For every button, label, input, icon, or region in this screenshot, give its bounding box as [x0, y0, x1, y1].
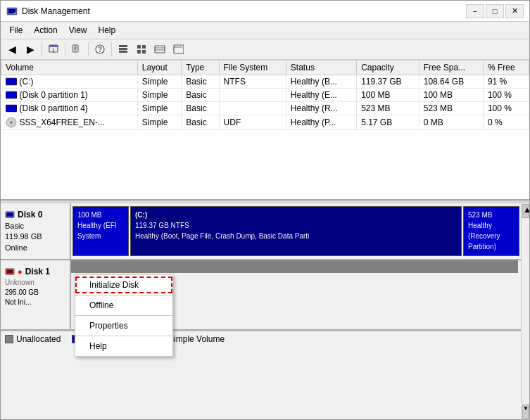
table-row[interactable]: (C:) Simple Basic NTFS Healthy (B... 119…: [1, 75, 529, 89]
svg-rect-13: [119, 48, 127, 50]
disk-view[interactable]: Disk 0 Basic 119.98 GB Online 100 MB Hea…: [1, 203, 529, 419]
recovery-size: 523 MB: [468, 210, 515, 220]
toolbar-sep-4: [111, 42, 112, 56]
disk1-unallocated-bar: [71, 260, 518, 273]
col-free[interactable]: Free Spa...: [419, 61, 483, 75]
col-volume[interactable]: Volume: [1, 61, 138, 75]
svg-rect-14: [119, 51, 127, 53]
context-separator-2: [75, 315, 172, 316]
c-label: (C:): [135, 210, 457, 220]
toolbar-sep-3: [88, 42, 89, 56]
cell-volume: SSS_X64FREE_EN-...: [1, 115, 138, 130]
cell-percent: 91 %: [483, 75, 529, 89]
volumes-table: Volume Layout Type File System Status Ca…: [1, 60, 529, 130]
c-size: 119.37 GB NTFS: [135, 220, 457, 231]
properties-button[interactable]: [68, 42, 85, 57]
disk1-icon: [5, 267, 15, 276]
cell-type: Basic: [182, 75, 219, 89]
back-button[interactable]: ◀: [4, 42, 20, 57]
cell-free: 100 MB: [419, 89, 483, 102]
context-menu-initialize[interactable]: Initialize Disk: [75, 276, 172, 293]
scrollbar-down[interactable]: ▼: [522, 405, 529, 419]
cell-free: 0 MB: [419, 115, 483, 130]
svg-rect-4: [49, 45, 58, 47]
cell-filesystem: NTFS: [219, 75, 286, 89]
minimize-button[interactable]: −: [466, 4, 484, 18]
col-type[interactable]: Type: [182, 61, 219, 75]
cell-capacity: 523 MB: [357, 102, 419, 115]
col-capacity[interactable]: Capacity: [357, 61, 419, 75]
view1-button[interactable]: [115, 42, 132, 57]
disk0-status: Online: [5, 243, 65, 253]
table-row[interactable]: (Disk 0 partition 1) Simple Basic Health…: [1, 89, 529, 102]
svg-rect-33: [7, 213, 13, 217]
context-menu-properties[interactable]: Properties: [75, 317, 172, 334]
cell-type: Basic: [182, 102, 219, 115]
view4-button[interactable]: [170, 42, 187, 57]
main-content: Volume Layout Type File System Status Ca…: [1, 60, 529, 419]
cell-layout: Simple: [137, 115, 182, 130]
disk0-type: Basic: [5, 221, 65, 231]
scrollbar-track[interactable]: ▲ ▼: [521, 203, 529, 419]
col-percent[interactable]: % Free: [483, 61, 529, 75]
disk0-partition-c[interactable]: (C:) 119.37 GB NTFS Healthy (Boot, Page …: [130, 206, 462, 256]
maximize-button[interactable]: □: [486, 4, 504, 18]
cell-volume: (Disk 0 partition 1): [1, 89, 138, 102]
view3-button[interactable]: [151, 42, 168, 57]
menu-action[interactable]: Action: [28, 23, 63, 37]
disk0-partition-recovery[interactable]: 523 MB Healthy (Recovery Partition): [463, 206, 519, 256]
table-row[interactable]: (Disk 0 partition 4) Simple Basic Health…: [1, 102, 529, 115]
table-area[interactable]: Volume Layout Type File System Status Ca…: [1, 60, 529, 201]
context-menu-offline[interactable]: Offline: [75, 297, 172, 314]
menu-file[interactable]: File: [4, 23, 28, 37]
cell-filesystem: UDF: [219, 115, 286, 130]
menu-view[interactable]: View: [63, 23, 93, 37]
menu-bar: File Action View Help: [1, 22, 529, 39]
legend-unallocated-box: [5, 335, 13, 343]
cell-percent: 100 %: [483, 89, 529, 102]
scrollbar-up[interactable]: ▲: [522, 204, 529, 218]
disk1-partitions: Initialize Disk Offline Properties: [71, 260, 521, 329]
toolbar-sep-2: [65, 42, 65, 56]
scrollbar-track-empty: [522, 219, 529, 404]
cell-status: Healthy (R...: [286, 102, 356, 115]
up-button[interactable]: [45, 42, 62, 57]
context-separator-3: [75, 336, 172, 336]
svg-rect-22: [174, 45, 184, 53]
context-menu-help[interactable]: Help: [75, 338, 172, 355]
title-bar: Disk Management − □ ✕: [1, 1, 529, 22]
cell-volume: (C:): [1, 75, 138, 89]
legend-simple-label: Simple Volume: [168, 334, 225, 344]
disk0-row: Disk 0 Basic 119.98 GB Online 100 MB Hea…: [1, 203, 521, 260]
cell-capacity: 5.17 GB: [357, 115, 419, 130]
disk1-label: ● Disk 1 Unknown 295.00 GB Not Ini...: [1, 260, 71, 329]
menu-help[interactable]: Help: [93, 23, 122, 37]
table-body: (C:) Simple Basic NTFS Healthy (B... 119…: [1, 75, 529, 130]
svg-rect-12: [119, 45, 127, 47]
cell-capacity: 119.37 GB: [357, 75, 419, 89]
close-button[interactable]: ✕: [505, 4, 524, 18]
table-header-row: Volume Layout Type File System Status Ca…: [1, 61, 529, 75]
col-layout[interactable]: Layout: [137, 61, 182, 75]
disk0-size: 119.98 GB: [5, 231, 65, 242]
col-status[interactable]: Status: [286, 61, 356, 75]
view2-button[interactable]: [133, 42, 150, 57]
cell-type: Basic: [182, 115, 219, 130]
cell-volume: (Disk 0 partition 4): [1, 102, 138, 115]
svg-point-2: [14, 12, 16, 14]
cell-free: 108.64 GB: [419, 75, 483, 89]
disk1-type: Unknown: [5, 278, 65, 288]
svg-rect-16: [142, 45, 146, 49]
forward-button[interactable]: ▶: [22, 42, 39, 57]
table-row[interactable]: SSS_X64FREE_EN-... Simple Basic UDF Heal…: [1, 115, 529, 130]
disk0-partition-efi[interactable]: 100 MB Healthy (EFI System: [72, 206, 129, 256]
disk1-icon-warning: ●: [18, 267, 23, 277]
svg-rect-29: [6, 106, 16, 111]
disk0-partitions: 100 MB Healthy (EFI System (C:) 119.37 G…: [71, 203, 521, 259]
svg-rect-27: [6, 92, 16, 98]
help-toolbar-button[interactable]: ?: [92, 42, 108, 57]
col-filesystem[interactable]: File System: [219, 61, 286, 75]
efi-desc: Healthy (EFI System: [77, 220, 124, 241]
disk0-name: Disk 0: [18, 209, 42, 221]
disk0-label: Disk 0 Basic 119.98 GB Online: [1, 203, 71, 259]
